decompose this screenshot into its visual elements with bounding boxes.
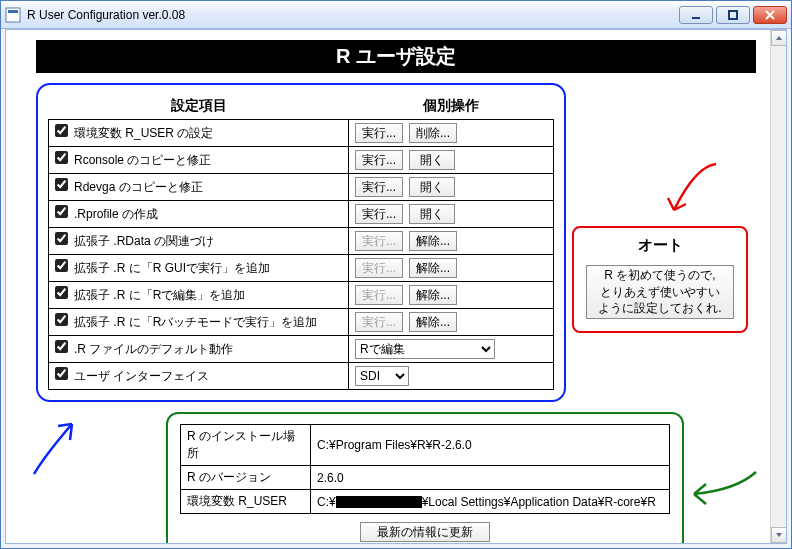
arrow-annotation-blue	[28, 410, 88, 480]
arrow-annotation-red	[656, 160, 726, 226]
header-ops: 個別操作	[349, 93, 554, 120]
setting-label: Rdevga のコピーと修正	[74, 180, 203, 194]
setting-label: 拡張子 .R に「Rバッチモードで実行」を追加	[74, 315, 317, 329]
setting-row: ユーザ インターフェイスSDI	[49, 363, 554, 390]
open-button[interactable]: 開く	[409, 150, 455, 170]
client-area: R ユーザ設定 設定項目 個別操作	[5, 29, 787, 544]
exec-button[interactable]: 実行...	[355, 177, 403, 197]
info-panel: R のインストール場所C:¥Program Files¥R¥R-2.6.0R の…	[166, 412, 684, 544]
setting-checkbox[interactable]	[55, 232, 68, 245]
auto-panel: オート R を初めて使うので, とりあえず使いやすい ように設定しておくれ.	[572, 226, 748, 333]
setting-checkbox[interactable]	[55, 286, 68, 299]
page-title: R ユーザ設定	[36, 40, 756, 73]
close-button[interactable]	[753, 6, 787, 24]
setting-row: 拡張子 .R に「Rで編集」を追加実行...解除...	[49, 282, 554, 309]
refresh-button[interactable]: 最新の情報に更新	[360, 522, 490, 542]
setting-checkbox[interactable]	[55, 313, 68, 326]
info-value: 2.6.0	[311, 466, 670, 490]
maximize-button[interactable]	[716, 6, 750, 24]
setting-label: 拡張子 .R に「R GUIで実行」を追加	[74, 261, 270, 275]
info-key: R のインストール場所	[181, 425, 311, 466]
window-title: R User Configuration ver.0.08	[27, 8, 679, 22]
setting-row: Rdevga のコピーと修正実行...開く	[49, 174, 554, 201]
arrow-annotation-green	[684, 466, 760, 516]
exec-button[interactable]: 実行...	[355, 123, 403, 143]
setting-checkbox[interactable]	[55, 124, 68, 137]
setting-row: 拡張子 .R に「Rバッチモードで実行」を追加実行...解除...	[49, 309, 554, 336]
setting-checkbox[interactable]	[55, 178, 68, 191]
setting-row: 拡張子 .R に「R GUIで実行」を追加実行...解除...	[49, 255, 554, 282]
titlebar: R User Configuration ver.0.08	[1, 1, 791, 29]
info-key: R のバージョン	[181, 466, 311, 490]
exec-button[interactable]: 実行...	[355, 204, 403, 224]
info-row: 環境変数 R_USERC:¥¥Local Settings¥Applicatio…	[181, 490, 670, 514]
svg-rect-3	[729, 11, 737, 19]
setting-row: Rconsole のコピーと修正実行...開く	[49, 147, 554, 174]
info-row: R のバージョン2.6.0	[181, 466, 670, 490]
setting-checkbox[interactable]	[55, 205, 68, 218]
setting-row: .Rprofile の作成実行...開く	[49, 201, 554, 228]
release-button[interactable]: 解除...	[409, 231, 457, 251]
setting-label: 環境変数 R_USER の設定	[74, 126, 213, 140]
auto-title: オート	[584, 236, 736, 255]
setting-row: 拡張子 .RData の関連づけ実行...解除...	[49, 228, 554, 255]
exec-button[interactable]: 実行...	[355, 150, 403, 170]
release-button[interactable]: 解除...	[409, 258, 457, 278]
minimize-button[interactable]	[679, 6, 713, 24]
info-row: R のインストール場所C:¥Program Files¥R¥R-2.6.0	[181, 425, 670, 466]
release-button[interactable]: 解除...	[409, 312, 457, 332]
header-item: 設定項目	[49, 93, 349, 120]
settings-panel: 設定項目 個別操作 環境変数 R_USER の設定実行...削除...Rcons…	[36, 83, 566, 402]
delete-button[interactable]: 削除...	[409, 123, 457, 143]
setting-checkbox[interactable]	[55, 340, 68, 353]
setting-label: 拡張子 .RData の関連づけ	[74, 234, 214, 248]
setting-row: .R ファイルのデフォルト動作Rで編集	[49, 336, 554, 363]
open-button[interactable]: 開く	[409, 204, 455, 224]
open-button[interactable]: 開く	[409, 177, 455, 197]
info-key: 環境変数 R_USER	[181, 490, 311, 514]
exec-button: 実行...	[355, 285, 403, 305]
setting-label: .R ファイルのデフォルト動作	[74, 342, 233, 356]
auto-setup-button[interactable]: R を初めて使うので, とりあえず使いやすい ように設定しておくれ.	[586, 265, 734, 319]
setting-label: ユーザ インターフェイス	[74, 369, 209, 383]
setting-label: Rconsole のコピーと修正	[74, 153, 211, 167]
setting-checkbox[interactable]	[55, 367, 68, 380]
info-value: C:¥¥Local Settings¥Application Data¥R-co…	[311, 490, 670, 514]
release-button[interactable]: 解除...	[409, 285, 457, 305]
scroll-down-button[interactable]	[771, 527, 787, 543]
setting-label: .Rprofile の作成	[74, 207, 158, 221]
setting-select[interactable]: Rで編集	[355, 339, 495, 359]
setting-label: 拡張子 .R に「Rで編集」を追加	[74, 288, 245, 302]
setting-row: 環境変数 R_USER の設定実行...削除...	[49, 120, 554, 147]
setting-checkbox[interactable]	[55, 151, 68, 164]
exec-button: 実行...	[355, 258, 403, 278]
redacted-segment	[336, 496, 422, 508]
svg-rect-2	[692, 17, 700, 19]
scroll-up-button[interactable]	[771, 30, 787, 46]
info-value: C:¥Program Files¥R¥R-2.6.0	[311, 425, 670, 466]
exec-button: 実行...	[355, 312, 403, 332]
svg-rect-1	[8, 10, 18, 13]
app-icon	[5, 7, 21, 23]
setting-checkbox[interactable]	[55, 259, 68, 272]
setting-select[interactable]: SDI	[355, 366, 409, 386]
exec-button: 実行...	[355, 231, 403, 251]
vertical-scrollbar[interactable]	[770, 30, 786, 543]
